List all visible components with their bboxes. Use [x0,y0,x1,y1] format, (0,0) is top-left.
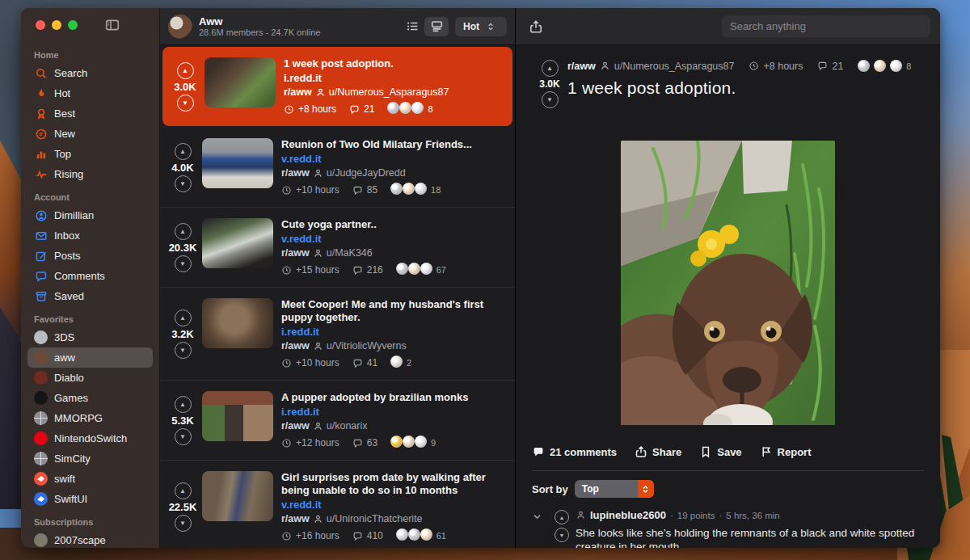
sidebar-item-rising[interactable]: Rising [27,164,153,184]
list-view-button[interactable] [400,17,424,36]
post-score: 20.3K [169,242,197,254]
award-silver-icon [858,60,870,72]
comment-upvote-button[interactable]: ▲ [555,510,569,524]
post-image[interactable] [621,141,835,425]
close-window-button[interactable] [36,20,45,30]
upvote-button[interactable]: ▲ [175,482,192,499]
detail-subreddit[interactable]: r/aww [567,61,596,72]
sidebar-item-3ds[interactable]: 3DS [27,327,153,347]
post-author[interactable]: u/VitriolicWyverns [327,340,407,352]
post-subreddit[interactable]: r/aww [281,167,310,179]
downvote-button[interactable]: ▼ [177,95,194,112]
post-subreddit[interactable]: r/aww [284,86,312,98]
post-row[interactable]: ▲ 20.3K ▼ Cute yoga partner.. v.redd.it … [160,208,515,288]
post-author[interactable]: u/MaK346 [327,247,373,259]
post-row[interactable]: ▲ 3.0K ▼ 1 week post adoption. i.redd.it… [162,47,512,126]
downvote-button[interactable]: ▼ [175,255,192,272]
sidebar-item-posts[interactable]: Posts [27,246,153,266]
downvote-button[interactable]: ▼ [175,515,192,532]
search-input[interactable] [730,20,922,32]
post-row[interactable]: ▲ 3.2K ▼ Meet Cooper! Me and my husband'… [160,288,515,381]
post-subreddit[interactable]: r/aww [281,247,310,259]
sidebar-toggle-icon[interactable] [105,18,120,32]
post-domain[interactable]: v.redd.it [281,153,507,165]
minimize-window-button[interactable] [52,20,61,30]
post-subreddit[interactable]: r/aww [281,420,310,432]
post-subreddit[interactable]: r/aww [281,340,310,352]
save-button[interactable]: Save [699,445,741,458]
share-icon[interactable] [529,19,543,34]
post-comment-count: 216 [367,264,383,276]
post-thumbnail[interactable] [202,218,273,268]
downvote-button[interactable]: ▼ [175,428,192,445]
detail-upvote-button[interactable]: ▲ [542,60,559,77]
detail-author[interactable]: u/Numerous_Asparagus87 [614,61,735,72]
search-box[interactable] [722,15,930,37]
upvote-button[interactable]: ▲ [175,396,192,413]
bars-icon [34,147,48,161]
sidebar-item-search[interactable]: Search [27,63,153,83]
sidebar-item-swift[interactable]: swift [27,469,153,489]
comment-sort-dropdown[interactable]: Top [575,480,654,498]
sidebar-item-saved[interactable]: Saved [27,286,153,306]
post-domain[interactable]: v.redd.it [281,499,507,511]
post-domain[interactable]: i.redd.it [281,326,507,338]
upvote-button[interactable]: ▲ [175,309,192,326]
post-row[interactable]: ▲ 4.0K ▼ Reunion of Two Old Milatary Fri… [160,128,515,208]
comments-button[interactable]: 21 comments [532,445,617,458]
post-author[interactable]: u/konarix [327,420,368,432]
post-row[interactable]: ▲ 5.3K ▼ A pupper adopted by brazilian m… [160,381,515,461]
sidebar-item-new[interactable]: New [27,124,153,144]
post-awards [390,183,427,197]
sidebar-item-2007scape[interactable]: 2007scape [27,530,153,548]
post-author[interactable]: u/JudgeJayDredd [327,167,406,179]
upvote-button[interactable]: ▲ [177,62,194,79]
sidebar-item-hot[interactable]: Hot [27,83,153,103]
share-button[interactable]: Share [635,445,681,458]
sidebar-item-mmorpg[interactable]: MMORPG [27,408,153,428]
collapse-comment-icon[interactable] [532,509,548,548]
sidebar-item-comments[interactable]: Comments [27,266,153,286]
comment: ▲ ▼ lupineblue2600 · 19 points · 5 h [532,509,924,548]
sidebar-item-dimillian[interactable]: Dimillian [27,205,153,225]
post-thumbnail[interactable] [202,391,273,441]
report-button[interactable]: Report [760,445,812,458]
post-thumbnail[interactable] [202,471,273,521]
post-row[interactable]: ▲ 22.5K ▼ Girl surprises prom date by wa… [160,461,515,548]
sidebar-item-inbox[interactable]: Inbox [27,225,153,246]
sidebar-item-best[interactable]: Best [27,103,153,124]
post-domain[interactable]: v.redd.it [281,233,507,245]
sidebar-item-aww[interactable]: aww [27,347,153,368]
downvote-button[interactable]: ▼ [175,175,192,192]
sidebar-section: Subscriptions 2007scape [27,517,153,548]
app-window: Home Search Hot Best New Top Rising Acco… [21,8,940,548]
post-domain[interactable]: i.redd.it [281,406,507,418]
post-subreddit[interactable]: r/aww [281,513,310,524]
post-domain[interactable]: i.redd.it [284,72,504,84]
zoom-window-button[interactable] [68,20,78,30]
sidebar-item-games[interactable]: Games [27,388,153,408]
post-thumbnail[interactable] [202,298,273,348]
sidebar-item-nintendoswitch[interactable]: NintendoSwitch [27,428,153,448]
sidebar-item-diablo[interactable]: Diablo [27,368,153,388]
post-thumbnail[interactable] [202,138,273,188]
post-thumbnail[interactable] [205,57,276,107]
post-author[interactable]: u/UnironicThatcherite [327,513,423,524]
comment-author[interactable]: lupineblue2600 [590,509,666,521]
downvote-button[interactable]: ▼ [175,342,192,359]
sidebar-item-simcity[interactable]: SimCity [27,448,153,469]
post-age: +15 hours [296,264,340,276]
detail-downvote-button[interactable]: ▼ [542,91,559,108]
feed-sort-dropdown[interactable]: Hot [455,17,507,36]
upvote-button[interactable]: ▲ [175,223,192,240]
snoo-avatar-icon [34,331,48,344]
sidebar-item-swiftui[interactable]: SwiftUI [27,489,153,509]
card-view-button[interactable] [424,17,449,36]
comment-downvote-button[interactable]: ▼ [555,528,569,542]
post-author[interactable]: u/Numerous_Asparagus87 [329,86,449,98]
sidebar-item-top[interactable]: Top [27,144,153,164]
person-icon [313,421,323,432]
person-icon [313,248,323,259]
upvote-button[interactable]: ▲ [175,143,192,160]
subreddit-avatar [168,15,192,39]
